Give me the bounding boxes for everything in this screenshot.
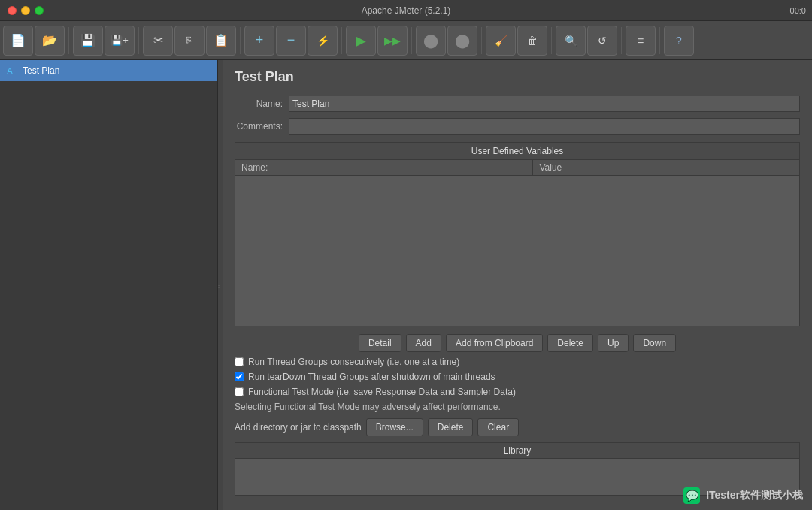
run-thread-groups-row: Run Thread Groups consecutively (i.e. on… — [235, 357, 800, 367]
clear-button[interactable]: Clear — [477, 418, 519, 436]
toolbar-separator-5 — [411, 27, 412, 54]
start-no-pause-button[interactable]: ▶▶ — [377, 26, 408, 56]
classpath-delete-button[interactable]: Delete — [428, 418, 474, 436]
test-plan-icon: A — [6, 65, 18, 77]
classpath-row: Add directory or jar to classpath Browse… — [235, 418, 800, 436]
run-thread-groups-checkbox[interactable] — [235, 357, 244, 366]
up-button[interactable]: Up — [598, 334, 629, 352]
run-thread-groups-label: Run Thread Groups consecutively (i.e. on… — [248, 357, 459, 367]
main-layout: A Test Plan ⋮⋮ Test Plan Name: Comments:… — [0, 60, 812, 510]
timer-display: 00:0 — [790, 6, 806, 15]
toolbar-separator-2 — [138, 27, 139, 54]
comments-row: Comments: — [235, 118, 800, 135]
run-teardown-row: Run tearDown Thread Groups after shutdow… — [235, 372, 800, 382]
app-title: Apache JMeter (5.2.1) — [362, 5, 451, 16]
comments-input[interactable] — [289, 118, 800, 135]
functional-test-mode-checkbox[interactable] — [235, 387, 244, 396]
clear-all-button[interactable]: 🗑 — [517, 26, 547, 56]
library-section: Library — [235, 442, 800, 496]
clear-button[interactable]: 🧹 — [486, 26, 516, 56]
add-button[interactable]: Add — [406, 334, 441, 352]
shutdown-button[interactable]: ⬤ — [447, 26, 477, 56]
classpath-label: Add directory or jar to classpath — [235, 422, 362, 433]
open-button[interactable]: 📂 — [35, 26, 65, 56]
expand-button[interactable]: + — [244, 26, 274, 56]
comments-label: Comments: — [235, 121, 289, 132]
start-button[interactable]: ▶ — [346, 26, 376, 56]
collapse-button[interactable]: − — [276, 26, 306, 56]
table-buttons: Detail Add Add from Clipboard Delete Up … — [235, 334, 800, 352]
toolbar-separator-7 — [551, 27, 552, 54]
variables-title: User Defined Variables — [235, 142, 800, 159]
toolbar: 📄 📂 💾 💾+ ✂ ⎘ 📋 + − ⚡ ▶ ▶▶ ⬤ ⬤ 🧹 🗑 🔍 ↺ ≡ … — [0, 21, 812, 60]
toolbar-separator-9 — [659, 27, 660, 54]
save-as-button[interactable]: 💾+ — [105, 26, 135, 56]
toolbar-separator-6 — [481, 27, 482, 54]
functional-test-mode-row: Functional Test Mode (i.e. save Response… — [235, 387, 800, 397]
run-teardown-label: Run tearDown Thread Groups after shutdow… — [248, 372, 495, 382]
minimize-button[interactable] — [21, 6, 30, 15]
page-title: Test Plan — [235, 69, 800, 85]
col-value-header: Value — [533, 160, 800, 176]
toggle-button[interactable]: ⚡ — [308, 26, 338, 56]
variables-section: User Defined Variables Name: Value — [235, 142, 800, 326]
functional-test-mode-label: Functional Test Mode (i.e. save Response… — [248, 387, 516, 397]
delete-button[interactable]: Delete — [547, 334, 593, 352]
search-button[interactable]: 🔍 — [556, 26, 586, 56]
variables-body — [235, 176, 800, 326]
library-body — [235, 458, 800, 496]
traffic-lights — [8, 6, 44, 15]
new-button[interactable]: 📄 — [3, 26, 33, 56]
variables-table: Name: Value — [235, 159, 800, 176]
svg-text:A: A — [7, 66, 13, 76]
toolbar-separator-8 — [621, 27, 622, 54]
run-teardown-checkbox[interactable] — [235, 372, 244, 381]
paste-button[interactable]: 📋 — [206, 26, 236, 56]
col-name-header: Name: — [235, 160, 533, 176]
sidebar-item-test-plan[interactable]: A Test Plan — [0, 60, 217, 81]
sidebar-item-label: Test Plan — [23, 65, 59, 76]
library-title: Library — [235, 442, 800, 458]
stop-button[interactable]: ⬤ — [416, 26, 446, 56]
toolbar-separator-4 — [341, 27, 342, 54]
help-button[interactable]: ? — [664, 26, 694, 56]
toolbar-separator-3 — [240, 27, 241, 54]
name-label: Name: — [235, 99, 289, 109]
down-button[interactable]: Down — [633, 334, 676, 352]
toolbar-separator-1 — [68, 27, 69, 54]
close-button[interactable] — [8, 6, 17, 15]
function-helper-button[interactable]: ≡ — [626, 26, 656, 56]
reset-button[interactable]: ↺ — [587, 26, 617, 56]
name-row: Name: — [235, 96, 800, 112]
cut-button[interactable]: ✂ — [143, 26, 173, 56]
add-from-clipboard-button[interactable]: Add from Clipboard — [446, 334, 543, 352]
save-button[interactable]: 💾 — [73, 26, 103, 56]
maximize-button[interactable] — [35, 6, 44, 15]
content-area: Test Plan Name: Comments: User Defined V… — [223, 60, 812, 510]
name-input[interactable] — [289, 96, 800, 112]
sidebar: A Test Plan — [0, 60, 218, 510]
detail-button[interactable]: Detail — [359, 334, 401, 352]
copy-button[interactable]: ⎘ — [174, 26, 205, 56]
browse-button[interactable]: Browse... — [366, 418, 423, 436]
titlebar: Apache JMeter (5.2.1) 00:0 — [0, 0, 812, 21]
functional-mode-note: Selecting Functional Test Mode may adver… — [235, 402, 800, 412]
